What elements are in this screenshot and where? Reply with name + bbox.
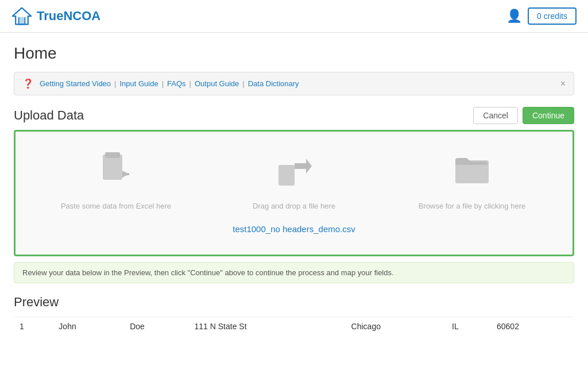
info-bar: ❓ Getting Started Video | Input Guide | … [14,72,574,95]
separator-3: | [189,79,191,88]
preview-col6: IL [446,317,491,336]
user-icon: 👤 [506,9,522,24]
input-guide-link[interactable]: Input Guide [119,79,158,88]
header-right: 👤 0 credits [506,7,577,25]
credits-button[interactable]: 0 credits [528,7,577,25]
upload-title: Upload Data [14,108,84,123]
svg-rect-6 [278,165,295,186]
paste-label: Paste some data from Excel here [61,202,171,210]
preview-col1: 1 [14,317,53,336]
svg-rect-5 [122,173,129,175]
main-content: Home ❓ Getting Started Video | Input Gui… [0,33,588,347]
svg-rect-1 [19,17,25,25]
separator-4: | [242,79,244,88]
review-notice: Review your data below in the Preview, t… [14,262,574,283]
drag-icon [274,149,314,195]
preview-col2: John [53,317,124,336]
paste-icon [96,149,136,195]
review-notice-text: Review your data below in the Preview, t… [22,268,394,277]
cancel-button[interactable]: Cancel [473,107,518,124]
preview-col7: 60602 [491,317,574,336]
upload-options: Paste some data from Excel here Drag and… [27,149,561,210]
close-icon[interactable]: × [560,79,566,88]
uploaded-filename: test1000_no headers_demo.csv [233,224,355,234]
drag-option: Drag and drop a file here [205,149,383,210]
separator-1: | [114,79,116,88]
output-guide-link[interactable]: Output Guide [195,79,239,88]
page-title: Home [14,44,574,63]
header: TrueNCOA 👤 0 credits [0,0,588,33]
action-buttons: Cancel Continue [473,107,574,124]
logo-icon [11,6,32,26]
help-icon: ❓ [22,78,34,89]
data-dictionary-link[interactable]: Data Dictionary [248,79,299,88]
faqs-link[interactable]: FAQs [167,79,186,88]
info-bar-links: ❓ Getting Started Video | Input Guide | … [22,78,299,89]
browse-label: Browse for a file by clicking here [419,202,525,210]
logo-area: TrueNCOA [11,6,100,26]
upload-section-header: Upload Data Cancel Continue [14,107,574,124]
getting-started-link[interactable]: Getting Started Video [40,79,111,88]
browse-option: Browse for a file by clicking here [383,149,561,210]
preview-col5: Chicago [346,317,447,336]
upload-dropzone[interactable]: Paste some data from Excel here Drag and… [14,130,574,256]
svg-marker-7 [295,159,312,174]
separator-2: | [162,79,164,88]
preview-col4: 111 N State St [189,317,346,336]
logo-text: TrueNCOA [37,9,100,24]
svg-rect-2 [103,155,122,180]
browse-icon [452,149,492,195]
paste-option: Paste some data from Excel here [27,149,205,210]
svg-rect-3 [105,152,120,158]
continue-button[interactable]: Continue [523,107,574,124]
table-row: 1 John Doe 111 N State St Chicago IL 606… [14,317,574,336]
preview-title: Preview [14,295,574,310]
preview-col3: Doe [124,317,188,336]
drag-label: Drag and drop a file here [253,202,335,210]
preview-table: 1 John Doe 111 N State St Chicago IL 606… [14,317,574,336]
